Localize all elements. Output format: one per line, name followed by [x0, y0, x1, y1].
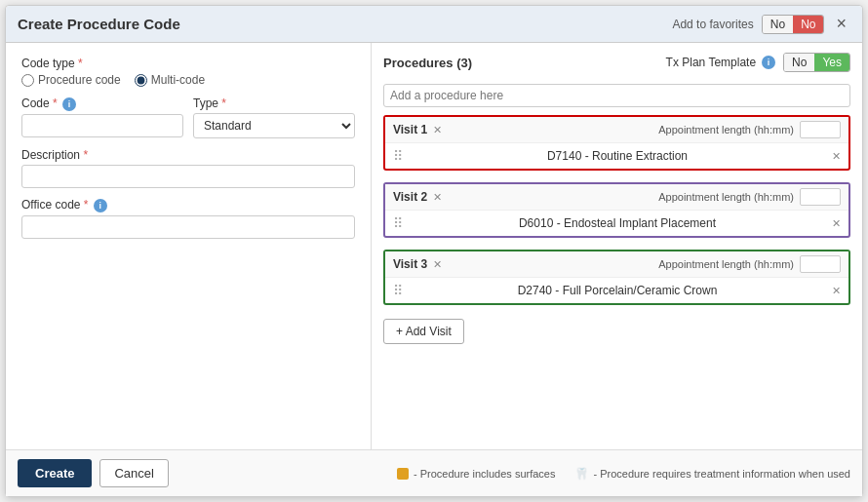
legend-surfaces-label: - Procedure includes surfaces	[414, 468, 556, 480]
code-info-icon[interactable]: i	[62, 97, 76, 111]
visit-1-appt-label: Appointment length (hh:mm)	[658, 124, 794, 135]
visit-3-card: Visit 3 ✕ Appointment length (hh:mm) 1:0…	[383, 250, 850, 305]
visit-1-title-group: Visit 1 ✕	[393, 123, 442, 136]
visit-1-header: Visit 1 ✕ Appointment length (hh:mm) 1:0…	[385, 117, 848, 143]
legend-tooth-icon: 🦷	[574, 467, 588, 481]
right-panel-header: Procedures (3) Tx Plan Template i No Yes	[383, 53, 850, 72]
tx-plan-label: Tx Plan Template i No Yes	[666, 53, 850, 72]
type-label: Type *	[193, 97, 355, 110]
visit-1-procedure-name: D7140 - Routine Extraction	[409, 149, 826, 163]
visit-3-header: Visit 3 ✕ Appointment length (hh:mm) 1:0…	[385, 251, 848, 278]
code-label: Code * i	[21, 97, 183, 111]
add-visit-button[interactable]: + Add Visit	[383, 319, 464, 344]
footer-legend: - Procedure includes surfaces 🦷 - Proced…	[397, 467, 850, 481]
visit-3-appt-label: Appointment length (hh:mm)	[658, 258, 794, 270]
visit-1-remove-icon[interactable]: ✕	[433, 124, 442, 136]
legend-treatment-label: - Procedure requires treatment informati…	[593, 468, 850, 480]
tx-plan-toggle-yes[interactable]: Yes	[814, 54, 849, 71]
code-type-group: Code type * Procedure code Multi-code	[21, 57, 355, 87]
visit-1-appt: Appointment length (hh:mm) 1:00	[658, 121, 841, 138]
code-type-row: Code * i ImplTempl Type * Standard	[21, 97, 355, 138]
visit-3-appt-input[interactable]: 1:00	[800, 255, 841, 273]
visit-3-procedure-name: D2740 - Full Porcelain/Ceramic Crown	[409, 284, 826, 297]
favorites-toggle-group: No No	[762, 15, 825, 34]
description-label: Description *	[21, 148, 355, 162]
visit-1-appt-input[interactable]: 1:00	[800, 121, 841, 138]
left-panel: Code type * Procedure code Multi-code	[6, 43, 372, 449]
visit-1-drag-handle[interactable]: ⠿	[393, 148, 403, 164]
visit-2-procedure-row: ⠿ D6010 - Endosteal Implant Placement ✕	[385, 211, 848, 236]
favorites-toggle-no[interactable]: No	[763, 16, 793, 33]
type-field-group: Type * Standard	[193, 97, 355, 138]
visit-2-title-group: Visit 2 ✕	[393, 190, 442, 204]
right-panel: Procedures (3) Tx Plan Template i No Yes…	[372, 43, 862, 449]
visit-1-procedure-remove-icon[interactable]: ✕	[832, 150, 841, 163]
add-to-favorites-label: Add to favorites	[672, 18, 753, 31]
visit-2-remove-icon[interactable]: ✕	[433, 191, 442, 204]
visit-3-title: Visit 3	[393, 257, 427, 271]
procedure-code-radio[interactable]	[21, 74, 34, 87]
office-code-input[interactable]: ImplTempl	[21, 215, 355, 239]
create-button[interactable]: Create	[18, 459, 92, 487]
code-type-label: Code type *	[21, 57, 355, 70]
header-right: Add to favorites No No ×	[672, 14, 850, 34]
visit-2-header: Visit 2 ✕ Appointment length (hh:mm) 1:0…	[385, 184, 848, 211]
create-procedure-modal: Create Procedure Code Add to favorites N…	[5, 5, 863, 497]
tx-plan-toggle-no[interactable]: No	[784, 54, 814, 71]
multi-code-radio[interactable]	[135, 74, 147, 87]
close-button[interactable]: ×	[832, 14, 850, 34]
office-code-label: Office code * i	[21, 198, 355, 212]
modal-footer: Create Cancel - Procedure includes surfa…	[6, 449, 862, 496]
visit-3-drag-handle[interactable]: ⠿	[393, 283, 403, 298]
footer-actions: Create Cancel	[18, 459, 169, 487]
modal-header: Create Procedure Code Add to favorites N…	[6, 6, 862, 43]
add-procedure-input[interactable]	[383, 84, 850, 107]
visit-3-appt: Appointment length (hh:mm) 1:00	[658, 255, 841, 273]
visit-3-procedure-remove-icon[interactable]: ✕	[832, 285, 841, 297]
type-select[interactable]: Standard	[193, 113, 355, 138]
visit-2-appt: Appointment length (hh:mm) 1:00	[658, 188, 841, 206]
tx-plan-toggle-group: No Yes	[783, 53, 850, 72]
procedures-label: Procedures (3)	[383, 56, 472, 70]
visit-3-procedure-row: ⠿ D2740 - Full Porcelain/Ceramic Crown ✕	[385, 278, 848, 303]
description-input[interactable]: Implant Tx Plan Template	[21, 165, 355, 188]
code-input[interactable]: ImplTempl	[21, 114, 183, 137]
procedure-code-option[interactable]: Procedure code	[21, 73, 121, 87]
description-field-group: Description * Implant Tx Plan Template	[21, 148, 355, 188]
legend-surfaces-swatch	[397, 468, 409, 480]
visit-1-title: Visit 1	[393, 123, 427, 136]
visit-3-title-group: Visit 3 ✕	[393, 257, 442, 271]
modal-body: Code type * Procedure code Multi-code	[6, 43, 862, 449]
visit-2-procedure-name: D6010 - Endosteal Implant Placement	[409, 216, 826, 230]
code-type-radio-group: Procedure code Multi-code	[21, 73, 355, 87]
legend-treatment-item: 🦷 - Procedure requires treatment informa…	[574, 467, 850, 481]
visit-1-card: Visit 1 ✕ Appointment length (hh:mm) 1:0…	[383, 115, 850, 171]
legend-surfaces-item: - Procedure includes surfaces	[397, 468, 556, 480]
visit-2-appt-label: Appointment length (hh:mm)	[658, 191, 794, 203]
visit-1-procedure-row: ⠿ D7140 - Routine Extraction ✕	[385, 143, 848, 169]
multi-code-option[interactable]: Multi-code	[135, 73, 205, 87]
tx-plan-info-icon[interactable]: i	[762, 56, 775, 69]
visit-2-title: Visit 2	[393, 190, 427, 204]
visit-2-card: Visit 2 ✕ Appointment length (hh:mm) 1:0…	[383, 182, 850, 238]
cancel-button[interactable]: Cancel	[99, 459, 168, 487]
favorites-toggle-yes[interactable]: No	[793, 16, 823, 33]
visit-2-procedure-remove-icon[interactable]: ✕	[832, 217, 841, 230]
visit-2-drag-handle[interactable]: ⠿	[393, 215, 403, 231]
visit-3-remove-icon[interactable]: ✕	[433, 258, 442, 271]
visit-2-appt-input[interactable]: 1:00	[800, 188, 841, 206]
modal-title: Create Procedure Code	[18, 16, 180, 32]
office-code-info-icon[interactable]: i	[94, 199, 107, 212]
code-field-group: Code * i ImplTempl	[21, 97, 183, 138]
office-code-field-group: Office code * i ImplTempl	[21, 198, 355, 239]
